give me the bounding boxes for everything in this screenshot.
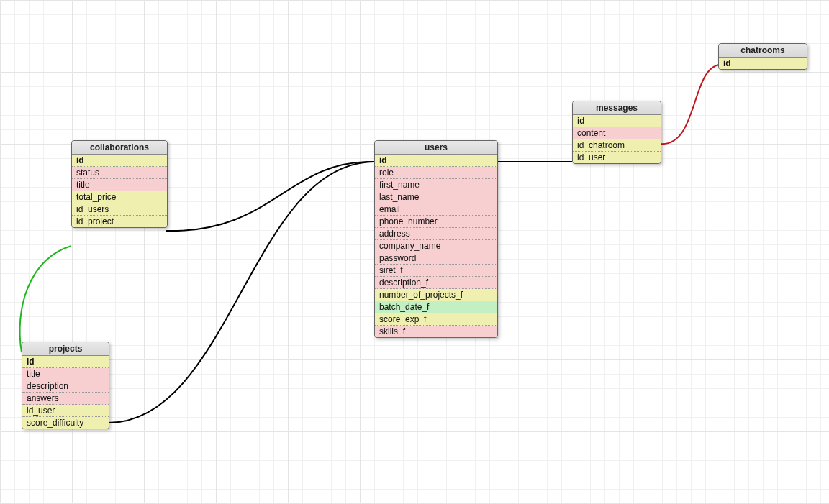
field-chatrooms-id[interactable]: id [719, 58, 807, 69]
table-messages[interactable]: messages id content id_chatroom id_user [572, 101, 661, 164]
field-users-batch-date-f[interactable]: batch_date_f [375, 301, 497, 313]
field-users-address[interactable]: address [375, 228, 497, 240]
field-messages-id[interactable]: id [573, 115, 661, 127]
field-users-phone-number[interactable]: phone_number [375, 216, 497, 228]
field-projects-answers[interactable]: answers [22, 393, 109, 405]
rel-messages-chatrooms [660, 65, 720, 144]
field-users-role[interactable]: role [375, 167, 497, 179]
field-users-siret-f[interactable]: siret_f [375, 265, 497, 277]
rel-collaborations-projects [20, 246, 71, 352]
field-projects-id-user[interactable]: id_user [22, 405, 109, 417]
field-users-password[interactable]: password [375, 252, 497, 265]
field-users-id[interactable]: id [375, 155, 497, 167]
field-users-score-exp-f[interactable]: score_exp_f [375, 313, 497, 326]
table-header-messages: messages [573, 101, 661, 115]
table-header-projects: projects [22, 342, 109, 356]
field-projects-id[interactable]: id [22, 356, 109, 368]
field-collaborations-status[interactable]: status [72, 167, 167, 179]
field-collaborations-total-price[interactable]: total_price [72, 191, 167, 203]
table-header-users: users [375, 141, 497, 155]
field-messages-id-chatroom[interactable]: id_chatroom [573, 139, 661, 152]
diagram-canvas[interactable]: collaborations id status title total_pri… [0, 0, 829, 504]
field-messages-id-user[interactable]: id_user [573, 152, 661, 163]
field-messages-content[interactable]: content [573, 127, 661, 139]
rel-collaborations-users [166, 162, 374, 231]
field-users-skills-f[interactable]: skills_f [375, 326, 497, 337]
field-projects-title[interactable]: title [22, 368, 109, 380]
field-collaborations-id-project[interactable]: id_project [72, 216, 167, 227]
field-collaborations-id-users[interactable]: id_users [72, 203, 167, 216]
table-collaborations[interactable]: collaborations id status title total_pri… [71, 140, 168, 228]
field-collaborations-title[interactable]: title [72, 179, 167, 191]
table-chatrooms[interactable]: chatrooms id [718, 43, 807, 70]
field-users-email[interactable]: email [375, 203, 497, 216]
field-users-description-f[interactable]: description_f [375, 277, 497, 289]
field-users-number-of-projects-f[interactable]: number_of_projects_f [375, 289, 497, 301]
field-projects-score-difficulty[interactable]: score_difficulty [22, 417, 109, 429]
field-users-company-name[interactable]: company_name [375, 240, 497, 252]
field-users-first-name[interactable]: first_name [375, 179, 497, 191]
table-header-collaborations: collaborations [72, 141, 167, 155]
table-users[interactable]: users id role first_name last_name email… [374, 140, 498, 338]
table-projects[interactable]: projects id title description answers id… [22, 342, 109, 429]
table-header-chatrooms: chatrooms [719, 44, 807, 58]
field-projects-description[interactable]: description [22, 380, 109, 393]
field-collaborations-id[interactable]: id [72, 155, 167, 167]
field-users-last-name[interactable]: last_name [375, 191, 497, 203]
